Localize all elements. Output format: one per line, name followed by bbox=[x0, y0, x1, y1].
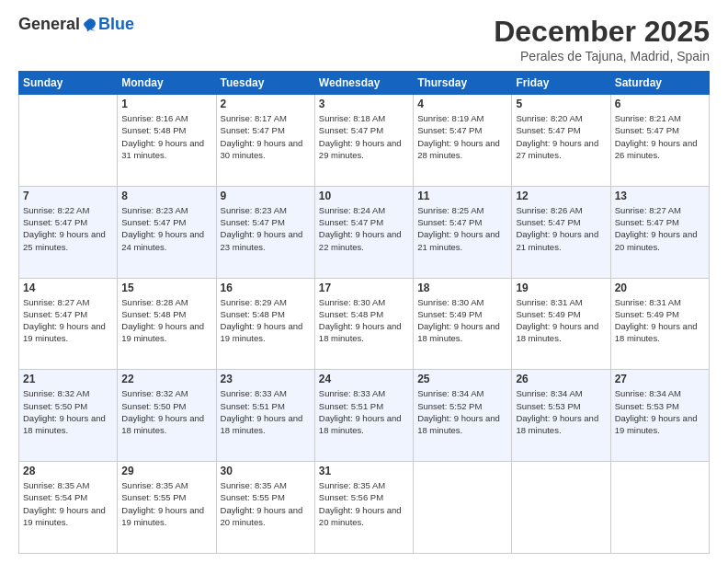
day-number: 7 bbox=[23, 190, 113, 202]
day-cell: 21Sunrise: 8:32 AMSunset: 5:50 PMDayligh… bbox=[19, 370, 118, 462]
day-number: 26 bbox=[516, 373, 606, 385]
day-number: 14 bbox=[23, 282, 113, 294]
month-title: December 2025 bbox=[494, 15, 710, 49]
title-block: December 2025 Perales de Tajuna, Madrid,… bbox=[494, 15, 710, 63]
day-info: Sunrise: 8:34 AMSunset: 5:52 PMDaylight:… bbox=[417, 387, 507, 436]
day-number: 19 bbox=[516, 282, 606, 294]
day-cell: 19Sunrise: 8:31 AMSunset: 5:49 PMDayligh… bbox=[512, 278, 610, 370]
day-number: 18 bbox=[417, 282, 507, 294]
day-info: Sunrise: 8:21 AMSunset: 5:47 PMDaylight:… bbox=[615, 112, 705, 161]
day-info: Sunrise: 8:33 AMSunset: 5:51 PMDaylight:… bbox=[221, 387, 311, 436]
day-info: Sunrise: 8:32 AMSunset: 5:50 PMDaylight:… bbox=[121, 387, 211, 436]
logo-general-text: General bbox=[18, 15, 80, 34]
day-cell: 16Sunrise: 8:29 AMSunset: 5:48 PMDayligh… bbox=[216, 278, 314, 370]
day-number: 13 bbox=[615, 190, 705, 202]
day-cell: 18Sunrise: 8:30 AMSunset: 5:49 PMDayligh… bbox=[414, 278, 512, 370]
week-row-5: 28Sunrise: 8:35 AMSunset: 5:54 PMDayligh… bbox=[19, 462, 710, 554]
weekday-header-friday: Friday bbox=[512, 72, 610, 95]
day-number: 16 bbox=[221, 282, 311, 294]
day-number: 12 bbox=[516, 190, 606, 202]
day-info: Sunrise: 8:19 AMSunset: 5:47 PMDaylight:… bbox=[417, 112, 507, 161]
logo-bird-icon bbox=[82, 17, 98, 33]
day-info: Sunrise: 8:35 AMSunset: 5:55 PMDaylight:… bbox=[121, 479, 211, 528]
day-cell: 6Sunrise: 8:21 AMSunset: 5:47 PMDaylight… bbox=[610, 95, 709, 187]
calendar-table: SundayMondayTuesdayWednesdayThursdayFrid… bbox=[18, 71, 710, 554]
day-cell: 24Sunrise: 8:33 AMSunset: 5:51 PMDayligh… bbox=[314, 370, 413, 462]
day-info: Sunrise: 8:16 AMSunset: 5:48 PMDaylight:… bbox=[121, 112, 211, 161]
day-cell: 13Sunrise: 8:27 AMSunset: 5:47 PMDayligh… bbox=[610, 186, 709, 278]
day-number: 4 bbox=[417, 98, 507, 110]
day-info: Sunrise: 8:31 AMSunset: 5:49 PMDaylight:… bbox=[615, 296, 705, 345]
weekday-header-tuesday: Tuesday bbox=[216, 72, 314, 95]
day-number: 17 bbox=[319, 282, 409, 294]
day-info: Sunrise: 8:26 AMSunset: 5:47 PMDaylight:… bbox=[516, 204, 606, 253]
day-info: Sunrise: 8:32 AMSunset: 5:50 PMDaylight:… bbox=[23, 387, 113, 436]
day-info: Sunrise: 8:25 AMSunset: 5:47 PMDaylight:… bbox=[417, 204, 507, 253]
day-cell: 15Sunrise: 8:28 AMSunset: 5:48 PMDayligh… bbox=[118, 278, 216, 370]
day-info: Sunrise: 8:23 AMSunset: 5:47 PMDaylight:… bbox=[121, 204, 211, 253]
logo: General Blue bbox=[18, 15, 134, 34]
day-number: 27 bbox=[615, 373, 705, 385]
day-cell: 14Sunrise: 8:27 AMSunset: 5:47 PMDayligh… bbox=[19, 278, 118, 370]
weekday-header-row: SundayMondayTuesdayWednesdayThursdayFrid… bbox=[19, 72, 710, 95]
day-cell: 31Sunrise: 8:35 AMSunset: 5:56 PMDayligh… bbox=[314, 462, 413, 554]
day-info: Sunrise: 8:31 AMSunset: 5:49 PMDaylight:… bbox=[516, 296, 606, 345]
day-info: Sunrise: 8:18 AMSunset: 5:47 PMDaylight:… bbox=[319, 112, 409, 161]
day-cell: 10Sunrise: 8:24 AMSunset: 5:47 PMDayligh… bbox=[314, 186, 413, 278]
day-cell: 12Sunrise: 8:26 AMSunset: 5:47 PMDayligh… bbox=[512, 186, 610, 278]
day-cell: 9Sunrise: 8:23 AMSunset: 5:47 PMDaylight… bbox=[216, 186, 314, 278]
week-row-4: 21Sunrise: 8:32 AMSunset: 5:50 PMDayligh… bbox=[19, 370, 710, 462]
day-number: 11 bbox=[417, 190, 507, 202]
weekday-header-sunday: Sunday bbox=[19, 72, 118, 95]
day-info: Sunrise: 8:27 AMSunset: 5:47 PMDaylight:… bbox=[615, 204, 705, 253]
day-number: 6 bbox=[615, 98, 705, 110]
week-row-3: 14Sunrise: 8:27 AMSunset: 5:47 PMDayligh… bbox=[19, 278, 710, 370]
day-info: Sunrise: 8:20 AMSunset: 5:47 PMDaylight:… bbox=[516, 112, 606, 161]
day-info: Sunrise: 8:35 AMSunset: 5:54 PMDaylight:… bbox=[23, 479, 113, 528]
day-number: 24 bbox=[319, 373, 409, 385]
day-info: Sunrise: 8:28 AMSunset: 5:48 PMDaylight:… bbox=[121, 296, 211, 345]
day-cell bbox=[610, 462, 709, 554]
day-info: Sunrise: 8:35 AMSunset: 5:55 PMDaylight:… bbox=[221, 479, 311, 528]
day-cell bbox=[19, 95, 118, 187]
weekday-header-thursday: Thursday bbox=[414, 72, 512, 95]
day-info: Sunrise: 8:34 AMSunset: 5:53 PMDaylight:… bbox=[516, 387, 606, 436]
day-info: Sunrise: 8:35 AMSunset: 5:56 PMDaylight:… bbox=[319, 479, 409, 528]
day-number: 8 bbox=[121, 190, 211, 202]
day-number: 31 bbox=[319, 465, 409, 477]
day-cell: 17Sunrise: 8:30 AMSunset: 5:48 PMDayligh… bbox=[314, 278, 413, 370]
day-number: 28 bbox=[23, 465, 113, 477]
day-number: 5 bbox=[516, 98, 606, 110]
day-cell: 26Sunrise: 8:34 AMSunset: 5:53 PMDayligh… bbox=[512, 370, 610, 462]
day-info: Sunrise: 8:33 AMSunset: 5:51 PMDaylight:… bbox=[319, 387, 409, 436]
day-number: 1 bbox=[121, 98, 211, 110]
day-number: 23 bbox=[221, 373, 311, 385]
week-row-2: 7Sunrise: 8:22 AMSunset: 5:47 PMDaylight… bbox=[19, 186, 710, 278]
day-number: 15 bbox=[121, 282, 211, 294]
day-number: 21 bbox=[23, 373, 113, 385]
day-cell: 27Sunrise: 8:34 AMSunset: 5:53 PMDayligh… bbox=[610, 370, 709, 462]
day-cell: 2Sunrise: 8:17 AMSunset: 5:47 PMDaylight… bbox=[216, 95, 314, 187]
weekday-header-wednesday: Wednesday bbox=[314, 72, 413, 95]
day-cell bbox=[414, 462, 512, 554]
day-info: Sunrise: 8:29 AMSunset: 5:48 PMDaylight:… bbox=[221, 296, 311, 345]
day-cell: 7Sunrise: 8:22 AMSunset: 5:47 PMDaylight… bbox=[19, 186, 118, 278]
day-info: Sunrise: 8:30 AMSunset: 5:48 PMDaylight:… bbox=[319, 296, 409, 345]
day-number: 2 bbox=[221, 98, 311, 110]
day-cell: 20Sunrise: 8:31 AMSunset: 5:49 PMDayligh… bbox=[610, 278, 709, 370]
day-cell: 22Sunrise: 8:32 AMSunset: 5:50 PMDayligh… bbox=[118, 370, 216, 462]
day-info: Sunrise: 8:34 AMSunset: 5:53 PMDaylight:… bbox=[615, 387, 705, 436]
page: General Blue December 2025 Perales de Ta… bbox=[0, 0, 728, 563]
day-info: Sunrise: 8:23 AMSunset: 5:47 PMDaylight:… bbox=[221, 204, 311, 253]
day-cell: 23Sunrise: 8:33 AMSunset: 5:51 PMDayligh… bbox=[216, 370, 314, 462]
day-cell: 8Sunrise: 8:23 AMSunset: 5:47 PMDaylight… bbox=[118, 186, 216, 278]
location: Perales de Tajuna, Madrid, Spain bbox=[494, 49, 710, 63]
day-number: 30 bbox=[221, 465, 311, 477]
day-number: 20 bbox=[615, 282, 705, 294]
day-number: 25 bbox=[417, 373, 507, 385]
day-cell: 4Sunrise: 8:19 AMSunset: 5:47 PMDaylight… bbox=[414, 95, 512, 187]
day-info: Sunrise: 8:27 AMSunset: 5:47 PMDaylight:… bbox=[23, 296, 113, 345]
week-row-1: 1Sunrise: 8:16 AMSunset: 5:48 PMDaylight… bbox=[19, 95, 710, 187]
day-cell: 30Sunrise: 8:35 AMSunset: 5:55 PMDayligh… bbox=[216, 462, 314, 554]
day-cell: 29Sunrise: 8:35 AMSunset: 5:55 PMDayligh… bbox=[118, 462, 216, 554]
